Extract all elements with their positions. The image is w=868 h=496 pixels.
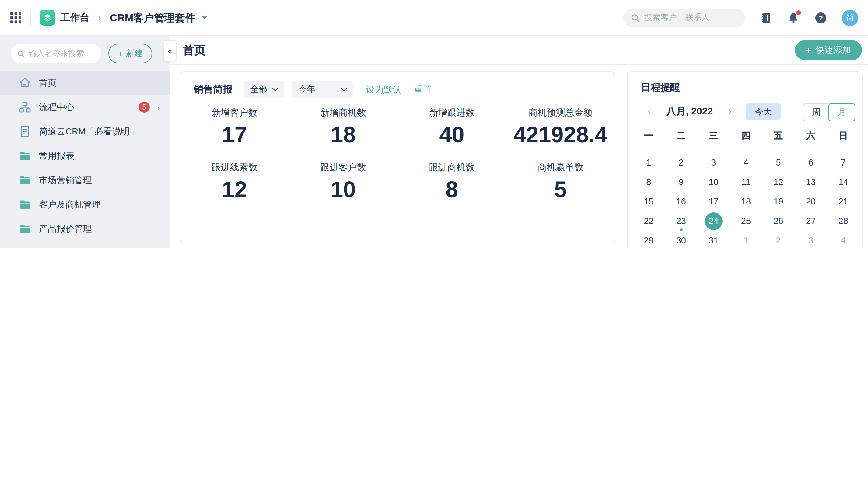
calendar-day[interactable]: 21 xyxy=(827,192,859,211)
calendar-day[interactable]: 20 xyxy=(795,192,827,211)
period-select[interactable]: 今年 xyxy=(292,81,353,98)
week-toggle[interactable]: 周 xyxy=(804,104,829,121)
calendar-day[interactable]: 25 xyxy=(730,211,762,231)
month-toggle[interactable]: 月 xyxy=(828,104,855,121)
stat-cell: 商机预测总金额421928.4 xyxy=(506,107,615,147)
chevron-down-icon[interactable] xyxy=(201,16,207,19)
stat-label: 商机赢单数 xyxy=(506,162,615,173)
sidebar-item[interactable]: 首页 xyxy=(0,71,170,95)
divider xyxy=(30,10,31,25)
sidebar-item[interactable]: 简道云CRM「必看说明」 xyxy=(0,119,170,144)
set-default-link[interactable]: 设为默认 xyxy=(366,84,401,95)
stat-cell: 跟进线索数12 xyxy=(180,162,289,202)
calendar-day[interactable]: 31 xyxy=(697,231,730,248)
calendar-day[interactable]: 4 xyxy=(827,231,859,248)
breadcrumb-current[interactable]: CRM客户管理套件 xyxy=(110,11,196,25)
weekday-label: 六 xyxy=(795,130,827,142)
calendar-day[interactable]: 26 xyxy=(762,211,795,231)
calendar-day[interactable]: 15 xyxy=(633,192,665,211)
today-button[interactable]: 今天 xyxy=(746,104,781,120)
global-search-input[interactable]: 搜索客户、联系人 xyxy=(623,8,745,27)
calendar-day[interactable]: 5 xyxy=(762,153,795,172)
folder-icon xyxy=(18,198,32,211)
avatar[interactable]: 简 xyxy=(842,10,858,26)
sidebar-collapse-button[interactable]: « xyxy=(163,40,176,61)
sidebar-item[interactable]: 合同/回款/开票管理 xyxy=(0,241,170,248)
calendar-day[interactable]: 4 xyxy=(730,153,762,172)
flow-icon xyxy=(18,100,32,114)
calendar-day[interactable]: 24 xyxy=(697,211,730,231)
contacts-icon[interactable] xyxy=(760,11,772,24)
folder-icon xyxy=(18,149,32,162)
calendar-day[interactable]: 17 xyxy=(697,192,730,211)
sidebar-item-label: 产品报价管理 xyxy=(39,223,92,235)
calendar-day[interactable]: 14 xyxy=(827,172,859,192)
stat-value: 5 xyxy=(506,178,615,202)
sidebar: 输入名称来搜索 +新建 首页流程中心5›简道云CRM「必看说明」常用报表市场营销… xyxy=(0,36,170,248)
sidebar-item[interactable]: 客户及商机管理 xyxy=(0,192,170,217)
calendar-weekdays: 一二三四五六日 xyxy=(633,130,859,142)
calendar-day[interactable]: 19 xyxy=(762,192,795,211)
stat-cell: 商机赢单数5 xyxy=(506,162,615,202)
sales-briefing-card: 销售简报 全部 今年 设为默认 重置 新增客户数17新增商机数18新增跟进数40… xyxy=(180,71,615,244)
stat-value: 17 xyxy=(180,124,289,147)
sidebar-item[interactable]: 流程中心5› xyxy=(0,95,170,119)
calendar-day[interactable]: 16 xyxy=(665,192,698,211)
calendar-day[interactable]: 1 xyxy=(633,153,665,172)
stat-value: 421928.4 xyxy=(506,124,615,147)
calendar-day[interactable]: 18 xyxy=(730,192,762,211)
chevron-right-icon: › xyxy=(157,102,160,112)
sidebar-item-label: 客户及商机管理 xyxy=(39,199,101,210)
app-grid-icon[interactable] xyxy=(10,12,22,24)
reset-link[interactable]: 重置 xyxy=(414,84,432,95)
sidebar-item[interactable]: 市场营销管理 xyxy=(0,168,170,192)
calendar-day[interactable]: 27 xyxy=(795,211,827,231)
calendar-day[interactable]: 30 xyxy=(665,231,698,248)
calendar-day[interactable]: 11 xyxy=(730,172,762,192)
calendar-day[interactable]: 9 xyxy=(665,172,698,192)
svg-text:?: ? xyxy=(819,14,823,21)
stat-value: 40 xyxy=(398,124,506,147)
calendar-day[interactable]: 2 xyxy=(762,231,795,248)
calendar-day[interactable]: 7 xyxy=(827,153,859,172)
notifications-bell-icon[interactable] xyxy=(787,11,800,24)
calendar-day[interactable]: 29 xyxy=(633,231,665,248)
help-icon[interactable]: ? xyxy=(815,11,827,24)
stat-label: 商机预测总金额 xyxy=(506,107,615,119)
topbar: 工作台 › CRM客户管理套件 搜索客户、联系人 ? 简 xyxy=(0,0,868,36)
sidebar-item[interactable]: 产品报价管理 xyxy=(0,217,170,241)
scope-select[interactable]: 全部 xyxy=(244,81,284,98)
calendar-day[interactable]: 23 xyxy=(665,211,698,231)
calendar-day[interactable]: 8 xyxy=(633,172,665,192)
next-month-icon[interactable]: › xyxy=(725,105,735,118)
calendar-day[interactable]: 2 xyxy=(665,153,698,172)
breadcrumb-chevron-icon: › xyxy=(98,12,102,23)
notification-badge-dot xyxy=(796,10,801,15)
calendar-day[interactable]: 28 xyxy=(827,211,859,231)
sidebar-item-label: 简道云CRM「必看说明」 xyxy=(39,126,139,137)
calendar-day[interactable]: 1 xyxy=(730,231,762,248)
calendar-day[interactable]: 13 xyxy=(795,172,827,192)
sidebar-search-input[interactable]: 输入名称来搜索 xyxy=(11,44,101,63)
calendar-day[interactable]: 12 xyxy=(762,172,795,192)
sidebar-item[interactable]: 常用报表 xyxy=(0,144,170,168)
weekday-label: 一 xyxy=(633,130,665,142)
schedule-card: 日程提醒 ‹ 八月, 2022 › 今天 周 月 一二三四五六日 1234567… xyxy=(627,71,863,248)
prev-month-icon[interactable]: ‹ xyxy=(645,105,654,118)
calendar-day[interactable]: 22 xyxy=(633,211,665,231)
stat-label: 新增跟进数 xyxy=(398,107,506,119)
search-icon xyxy=(631,13,640,22)
main-content: 首页 +快速添加 销售简报 全部 今年 设为默认 重置 新增客户数17 xyxy=(170,36,868,248)
calendar-day[interactable]: 10 xyxy=(697,172,730,192)
workspace-label[interactable]: 工作台 xyxy=(60,11,90,24)
calendar-day[interactable]: 3 xyxy=(697,153,730,172)
calendar-day[interactable]: 3 xyxy=(795,231,827,248)
crm-dashboard: 工作台 › CRM客户管理套件 搜索客户、联系人 ? 简 xyxy=(0,0,868,248)
calendar-day[interactable]: 6 xyxy=(795,153,827,172)
card-title: 日程提醒 xyxy=(641,81,680,94)
quick-add-button[interactable]: +快速添加 xyxy=(795,40,862,60)
new-button[interactable]: +新建 xyxy=(108,44,152,63)
page-header: 首页 +快速添加 xyxy=(170,36,868,64)
folder-icon xyxy=(18,247,32,248)
workspace-logo-icon[interactable] xyxy=(40,10,56,26)
